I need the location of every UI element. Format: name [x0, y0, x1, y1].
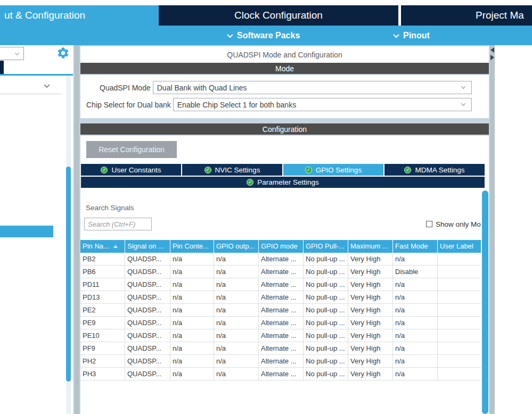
table-cell[interactable]: No pull-up ...: [303, 266, 348, 278]
tab-nvic-settings[interactable]: ✓ NVIC Settings: [182, 164, 282, 176]
table-cell[interactable]: No pull-up ...: [303, 317, 348, 329]
table-cell[interactable]: QUADSP...: [125, 317, 170, 329]
table-cell[interactable]: n/a: [214, 291, 258, 303]
table-cell[interactable]: No pull-up ...: [303, 368, 348, 380]
table-cell[interactable]: n/a: [170, 342, 214, 354]
table-cell[interactable]: n/a: [170, 253, 214, 265]
left-splitter[interactable]: [73, 45, 79, 414]
table-cell[interactable]: Alternate ...: [258, 278, 303, 291]
sort-ascending-icon[interactable]: [113, 245, 118, 248]
table-cell[interactable]: QUADSP...: [125, 355, 170, 367]
column-header[interactable]: Pin Conte...: [170, 240, 214, 253]
column-header[interactable]: User Label: [437, 240, 482, 253]
table-cell[interactable]: n/a: [392, 278, 437, 291]
search-input[interactable]: [84, 218, 152, 230]
table-row[interactable]: PE9QUADSP...n/an/aAlternate ...No pull-u…: [80, 317, 482, 329]
tab-mdma-settings[interactable]: ✓ MDMA Settings: [384, 164, 485, 176]
column-header[interactable]: GPIO outp...: [214, 240, 258, 253]
tab-user-constants[interactable]: ✓ User Constants: [81, 164, 181, 176]
table-cell[interactable]: QUADSP...: [125, 304, 170, 316]
table-cell[interactable]: Very High: [348, 278, 392, 291]
table-cell[interactable]: PE9: [80, 317, 125, 329]
table-cell[interactable]: No pull-up ...: [303, 329, 348, 342]
table-cell[interactable]: QUADSP...: [125, 291, 170, 303]
table-cell[interactable]: Alternate ...: [258, 304, 303, 316]
table-cell[interactable]: n/a: [170, 355, 214, 367]
table-cell[interactable]: n/a: [170, 317, 214, 329]
column-header[interactable]: Fast Mode: [392, 240, 437, 253]
table-cell[interactable]: n/a: [170, 278, 214, 291]
table-cell[interactable]: [437, 329, 482, 342]
table-cell[interactable]: n/a: [392, 368, 437, 380]
table-cell[interactable]: n/a: [214, 342, 258, 354]
content-scrollbar-track[interactable]: [481, 189, 489, 414]
table-cell[interactable]: [437, 278, 482, 291]
reset-configuration-button[interactable]: Reset Configuration: [86, 141, 177, 158]
table-cell[interactable]: [437, 368, 482, 380]
table-cell[interactable]: PH3: [80, 368, 125, 380]
table-cell[interactable]: PF9: [80, 342, 125, 354]
table-cell[interactable]: Alternate ...: [258, 317, 303, 329]
table-cell[interactable]: Disable: [392, 266, 437, 278]
column-header[interactable]: GPIO mode: [258, 240, 303, 253]
table-cell[interactable]: n/a: [392, 342, 437, 354]
column-header[interactable]: GPIO Pull-...: [303, 240, 348, 253]
table-cell[interactable]: No pull-up ...: [303, 253, 348, 265]
table-cell[interactable]: n/a: [392, 355, 437, 367]
table-cell[interactable]: n/a: [214, 253, 258, 265]
table-cell[interactable]: QUADSP...: [125, 329, 170, 342]
table-cell[interactable]: QUADSP...: [125, 342, 170, 354]
table-cell[interactable]: Very High: [348, 329, 392, 342]
table-cell[interactable]: Alternate ...: [258, 291, 303, 303]
table-cell[interactable]: PD11: [80, 278, 125, 291]
tab-pinout-configuration[interactable]: ut & Configuration: [0, 5, 159, 26]
table-cell[interactable]: [437, 355, 482, 367]
table-cell[interactable]: n/a: [392, 253, 437, 265]
sidebar-scrollbar-thumb[interactable]: [66, 167, 71, 382]
table-row[interactable]: PH2QUADSP...n/an/aAlternate ...No pull-u…: [80, 355, 482, 368]
table-cell[interactable]: QUADSP...: [125, 253, 170, 265]
tab-parameter-settings[interactable]: ✓ Parameter Settings: [81, 177, 485, 188]
table-cell[interactable]: Alternate ...: [258, 342, 303, 354]
table-cell[interactable]: Very High: [348, 317, 392, 329]
table-cell[interactable]: n/a: [214, 304, 258, 316]
table-cell[interactable]: [437, 253, 482, 265]
table-cell[interactable]: n/a: [214, 278, 258, 291]
table-cell[interactable]: QUADSP...: [125, 278, 170, 291]
table-cell[interactable]: QUADSP...: [125, 266, 170, 278]
quadspi-mode-select[interactable]: Dual Bank with Quad Lines: [153, 81, 472, 94]
table-row[interactable]: PB2QUADSP...n/an/aAlternate ...No pull-u…: [80, 253, 482, 266]
table-row[interactable]: PE2QUADSP...n/an/aAlternate ...No pull-u…: [80, 304, 482, 317]
table-row[interactable]: PE10QUADSP...n/an/aAlternate ...No pull-…: [80, 329, 482, 342]
table-cell[interactable]: No pull-up ...: [303, 278, 348, 291]
column-header[interactable]: Pin Na...: [80, 240, 125, 253]
table-cell[interactable]: [437, 304, 482, 316]
table-cell[interactable]: No pull-up ...: [303, 342, 348, 354]
table-cell[interactable]: Very High: [348, 368, 392, 380]
table-row[interactable]: PD11QUADSP...n/an/aAlternate ...No pull-…: [80, 278, 482, 291]
table-cell[interactable]: Alternate ...: [258, 253, 303, 265]
table-cell[interactable]: n/a: [392, 304, 437, 316]
table-cell[interactable]: [437, 291, 482, 303]
table-row[interactable]: PD13QUADSP...n/an/aAlternate ...No pull-…: [80, 291, 482, 304]
table-cell[interactable]: Very High: [348, 253, 392, 265]
table-cell[interactable]: n/a: [170, 291, 214, 303]
table-cell[interactable]: Very High: [348, 291, 392, 303]
table-cell[interactable]: n/a: [392, 317, 437, 329]
pinout-menu[interactable]: Pinout: [394, 26, 430, 45]
table-cell[interactable]: PB6: [80, 266, 125, 278]
table-cell[interactable]: PE10: [80, 329, 125, 342]
table-cell[interactable]: PE2: [80, 304, 125, 316]
tab-gpio-settings[interactable]: ✓ GPIO Settings: [283, 164, 383, 176]
collapse-left-icon[interactable]: [490, 47, 494, 53]
table-cell[interactable]: PD13: [80, 291, 125, 303]
sidebar-scrollbar-track[interactable]: [66, 76, 71, 414]
table-cell[interactable]: Very High: [348, 304, 392, 316]
table-cell[interactable]: n/a: [214, 266, 258, 278]
chip-select-select[interactable]: Enable Chip Select 1 for both banks: [173, 98, 472, 111]
table-cell[interactable]: Alternate ...: [258, 329, 303, 342]
table-cell[interactable]: Very High: [348, 342, 392, 354]
tab-clock-configuration[interactable]: Clock Configuration: [159, 5, 398, 26]
gear-icon[interactable]: [56, 46, 70, 60]
software-packs-menu[interactable]: Software Packs: [228, 26, 300, 45]
